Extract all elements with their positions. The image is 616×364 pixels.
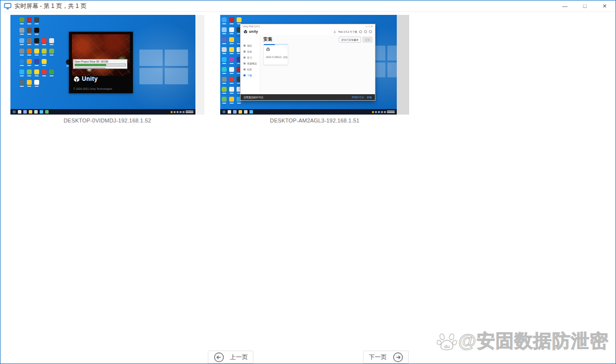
hub-nav-item-社区: 社区 [241, 66, 260, 72]
desktop-icon-row [19, 38, 54, 43]
remote-machine-label-1: DESKTOP-0VIDMDJ-192.168.1.52 [10, 118, 204, 123]
tray-notification-icon [171, 111, 173, 113]
desktop-app-icon [49, 69, 54, 74]
hub-nav-item-安装: 安装 [241, 49, 260, 55]
unity-hub-body: 项目安装学习资源商店社区下载 安装 定位已安装版本 安装 [241, 35, 375, 94]
desktop-app-icon [19, 17, 24, 22]
previous-page-label: 上一页 [230, 353, 248, 362]
desktop-app-icon [34, 59, 39, 64]
desktop-icon-row [19, 59, 54, 64]
hub-nav-label: 安装 [247, 50, 252, 53]
desktop-app-icon [222, 97, 227, 102]
desktop-app-icon [34, 38, 39, 43]
maximize-button[interactable]: □ [575, 0, 595, 11]
taskbar-app-icon [23, 110, 27, 114]
hub-nav-item-学习: 学习 [241, 55, 260, 61]
editor-version-row: 2022.3.19f1c1 LTS [266, 56, 288, 59]
unity-splash-artwork [72, 34, 130, 76]
desktop-app-icon [222, 77, 227, 82]
desktop-app-icon [229, 57, 234, 62]
taskbar-app-icon [40, 110, 43, 114]
live-screen-window: 实时屏幕 - 第 1 页，共 1 页 — □ ✕ Open Project Sh… [0, 0, 616, 364]
download-progress-bar [264, 44, 288, 45]
refresh-icon[interactable] [359, 30, 362, 33]
card-menu-icon[interactable]: ⋮ [284, 46, 287, 49]
unity-hub-title: Unity Hub 3.4.1 [243, 25, 259, 28]
account-icon[interactable] [369, 30, 372, 33]
baidu-du-text: du [444, 344, 450, 349]
unity-hub-main: 安装 定位已安装版本 安装 ⋮ 2022 [260, 35, 375, 94]
hub-nav-label: 社区 [247, 68, 252, 71]
desktop-icon-row [19, 28, 54, 33]
tray-status-icon [378, 111, 380, 113]
hub-update-note: Hub 3.4.2 可下载 [338, 30, 357, 33]
desktop-app-icon [229, 37, 234, 42]
watermark-text: @安固数据防泄密 [458, 329, 609, 354]
close-button[interactable]: ✕ [595, 0, 615, 11]
desktop-app-icon [19, 80, 24, 85]
letterbox-band [397, 15, 409, 115]
unity-hub-window: Unity Hub 3.4.1 — □ ✕ unity Hub 3.4.2 可下… [240, 24, 375, 101]
license-link[interactable]: 刷新 [367, 96, 372, 99]
install-editor-button[interactable]: 安装 [363, 37, 372, 43]
unity-hub-titlebar: Unity Hub 3.4.1 — □ ✕ [241, 24, 375, 28]
settings-gear-icon[interactable] [364, 30, 367, 33]
desktop-app-icon [34, 49, 39, 54]
desktop-app-icon [222, 67, 227, 72]
remote-machine-label-2: DESKTOP-AM2AGL3-192.168.1.51 [220, 118, 409, 123]
unity-brand: Unity [73, 75, 98, 82]
window-title: 实时屏幕 - 第 1 页，共 1 页 [14, 2, 86, 10]
hub-nav-label: 下载 [247, 74, 252, 77]
desktop-app-icon [229, 67, 234, 72]
locate-editor-button[interactable]: 定位已安装版本 [339, 37, 361, 43]
hub-nav-label: 项目 [247, 44, 252, 47]
desktop-app-icon [229, 17, 234, 22]
unity-loading-dialog: Open Project Shop 3D: 19/196 [73, 59, 127, 69]
watermark: du @安固数据防泄密 [436, 329, 609, 354]
taskbar-app-icon [249, 110, 253, 114]
tray-notification-icon [372, 111, 374, 113]
desktop-app-icon [229, 87, 234, 92]
desktop-app-icon [42, 49, 47, 54]
desktop-app-icon [237, 17, 242, 22]
next-page-button[interactable]: 下一页 [363, 351, 409, 364]
editor-install-card[interactable]: ⋮ 2022.3.19f1c1 LTS [263, 44, 288, 65]
license-link[interactable]: 管理许可证 [352, 96, 364, 99]
circle-arrow-left-icon [214, 352, 224, 363]
desktop-app-icon [27, 69, 32, 74]
unity-hub-window-controls: — □ ✕ [366, 25, 373, 28]
hub-nav-label: 学习 [247, 56, 252, 59]
desktop-icon-row [19, 80, 54, 85]
remote-screen-thumbnail-2[interactable]: Unity Hub 3.4.1 — □ ✕ unity Hub 3.4.2 可下… [220, 15, 397, 115]
desktop-app-icon [34, 80, 39, 85]
desktop-app-icon [49, 49, 54, 54]
desktop-icon-row [19, 69, 54, 74]
system-tray [171, 111, 193, 113]
tray-status-icon [174, 111, 176, 113]
tray-status-icon [381, 111, 383, 113]
taskbar-app-icon [34, 110, 38, 114]
desktop-icon-row [19, 49, 54, 54]
download-icon [333, 30, 336, 33]
unity-hub-wordmark: unity [249, 30, 258, 33]
desktop-app-icon [222, 87, 227, 92]
taskbar-app-icon [244, 110, 247, 114]
unity-cube-icon [266, 47, 270, 52]
desktop-icon-grid [19, 17, 54, 90]
editor-version: 2022.3.19f1c1 [266, 56, 282, 59]
unity-splash-window: Open Project Shop 3D: 19/196 Unity © 202… [69, 32, 133, 93]
remote-screen-thumbnail-1[interactable]: Open Project Shop 3D: 19/196 Unity © 202… [10, 15, 195, 115]
taskbar-clock [387, 111, 395, 113]
desktop-app-icon [222, 57, 227, 62]
tray-status-icon [180, 111, 182, 113]
previous-page-button[interactable]: 上一页 [208, 351, 253, 364]
desktop-app-icon [229, 47, 234, 52]
desktop-app-icon [19, 49, 24, 54]
desktop-app-icon [19, 59, 24, 64]
minimize-button[interactable]: — [555, 0, 575, 11]
tray-status-icon [183, 111, 185, 113]
desktop-app-icon [49, 38, 54, 43]
hub-nav-icon [244, 68, 246, 70]
desktop-app-icon [27, 17, 32, 22]
hub-nav-label: 资源商店 [247, 62, 257, 65]
